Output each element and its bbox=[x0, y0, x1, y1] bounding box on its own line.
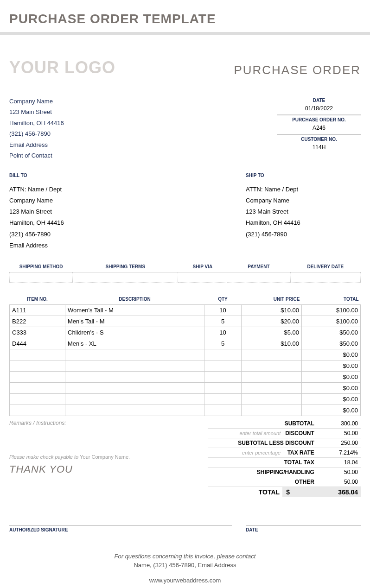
table-row: C333Children's - S10$5.00$50.00 bbox=[10, 327, 361, 338]
table-row: $0.00 bbox=[10, 405, 361, 416]
shipto-company: Company Name bbox=[246, 195, 361, 206]
footer-web: www.yourwebaddress.com bbox=[9, 577, 361, 584]
grand-value: 368.04 bbox=[317, 487, 361, 497]
cell-qty bbox=[204, 393, 242, 405]
subtotal-value: 300.00 bbox=[317, 419, 361, 429]
company-email: Email Address bbox=[9, 139, 64, 150]
totaltax-value: 18.04 bbox=[317, 457, 361, 467]
customer-value: 114H bbox=[277, 143, 361, 153]
page-title: PURCHASE ORDER TEMPLATE bbox=[0, 0, 370, 32]
shipto-attn: ATTN: Name / Dept bbox=[246, 184, 361, 195]
cell-total: $50.00 bbox=[302, 327, 361, 338]
cell-unit-price bbox=[242, 382, 302, 393]
subtotal-label: SUBTOTAL bbox=[208, 419, 317, 429]
th-payment: PAYMENT bbox=[227, 261, 290, 272]
th-itemno: ITEM NO. bbox=[10, 294, 65, 305]
cell-qty: 5 bbox=[204, 338, 242, 349]
signature-date-block: DATE bbox=[246, 525, 361, 532]
items-table: ITEM NO. DESCRIPTION QTY UNIT PRICE TOTA… bbox=[9, 294, 361, 416]
th-qty: QTY bbox=[204, 294, 242, 305]
cell-unit-price: $10.00 bbox=[242, 304, 302, 316]
date-line bbox=[246, 525, 361, 525]
payable-name: Your Company Name. bbox=[80, 454, 130, 460]
cell-total: $0.00 bbox=[302, 371, 361, 382]
footer-line2: Name, (321) 456-7890, Email Address bbox=[9, 562, 361, 569]
cell-itemno bbox=[10, 360, 65, 371]
taxrate-label: TAX RATE bbox=[282, 448, 317, 457]
cell-unit-price bbox=[242, 349, 302, 360]
shipping-table: SHIPPING METHOD SHIPPING TERMS SHIP VIA … bbox=[9, 261, 361, 283]
cell-description: Men's - XL bbox=[65, 338, 204, 349]
billto-phone: (321) 456-7890 bbox=[9, 229, 125, 240]
cell-qty bbox=[204, 382, 242, 393]
shipping-value: 50.00 bbox=[317, 467, 361, 477]
table-row: $0.00 bbox=[10, 371, 361, 382]
cell-itemno: A111 bbox=[10, 304, 65, 316]
table-row: B222Men's Tall - M5$20.00$100.00 bbox=[10, 316, 361, 327]
cell-total: $50.00 bbox=[302, 338, 361, 349]
th-shipping-terms: SHIPPING TERMS bbox=[73, 261, 178, 272]
cell-total: $0.00 bbox=[302, 405, 361, 416]
cell-description bbox=[65, 371, 204, 382]
shipto-city: Hamilton, OH 44416 bbox=[246, 217, 361, 228]
cell-qty bbox=[204, 349, 242, 360]
cell-itemno: D444 bbox=[10, 338, 65, 349]
cell-itemno bbox=[10, 349, 65, 360]
company-street: 123 Main Street bbox=[9, 107, 64, 117]
other-label: OTHER bbox=[208, 477, 317, 487]
title-divider bbox=[0, 32, 370, 35]
table-row: A111Women's Tall - M10$10.00$100.00 bbox=[10, 304, 361, 316]
date-value: 01/18/2022 bbox=[277, 104, 361, 115]
td-ship-via bbox=[178, 272, 227, 282]
signature-block: AUTHORIZED SIGNATURE bbox=[9, 525, 232, 532]
other-value: 50.00 bbox=[317, 477, 361, 487]
payable-note: Please make check payable to Your Compan… bbox=[9, 454, 208, 460]
grand-currency: $ bbox=[282, 487, 317, 497]
company-name: Company Name bbox=[9, 96, 64, 107]
cell-unit-price bbox=[242, 393, 302, 405]
customer-label: CUSTOMER NO. bbox=[277, 134, 361, 143]
subless-label: SUBTOTAL LESS DISCOUNT bbox=[208, 438, 317, 448]
billto-email: Email Address bbox=[9, 240, 125, 251]
th-delivery-date: DELIVERY DATE bbox=[290, 261, 360, 272]
cell-description bbox=[65, 360, 204, 371]
cell-total: $0.00 bbox=[302, 393, 361, 405]
cell-description bbox=[65, 393, 204, 405]
discount-label: DISCOUNT bbox=[282, 428, 317, 438]
table-row: D444Men's - XL5$10.00$50.00 bbox=[10, 338, 361, 349]
th-ship-via: SHIP VIA bbox=[178, 261, 227, 272]
thank-you: THANK YOU bbox=[9, 463, 208, 475]
shipto-phone: (321) 456-7890 bbox=[246, 229, 361, 240]
cell-itemno bbox=[10, 371, 65, 382]
taxrate-value: 7.214% bbox=[317, 448, 361, 457]
cell-total: $0.00 bbox=[302, 349, 361, 360]
cell-qty bbox=[204, 360, 242, 371]
td-shipping-method bbox=[10, 272, 73, 282]
th-unit-price: UNIT PRICE bbox=[242, 294, 302, 305]
payable-prefix: Please make check payable to bbox=[9, 454, 80, 460]
billto-city: Hamilton, OH 44416 bbox=[9, 217, 125, 228]
cell-description: Women's Tall - M bbox=[65, 304, 204, 316]
th-shipping-method: SHIPPING METHOD bbox=[10, 261, 73, 272]
td-delivery-date bbox=[290, 272, 360, 282]
remarks-label: Remarks / Instructions: bbox=[9, 420, 208, 426]
cell-unit-price bbox=[242, 371, 302, 382]
taxrate-hint: enter percentage bbox=[208, 448, 282, 457]
company-block: Company Name 123 Main Street Hamilton, O… bbox=[9, 96, 64, 161]
th-total: TOTAL bbox=[302, 294, 361, 305]
td-shipping-terms bbox=[73, 272, 178, 282]
cell-description bbox=[65, 405, 204, 416]
cell-description: Men's Tall - M bbox=[65, 316, 204, 327]
ship-to-label: SHIP TO bbox=[246, 173, 361, 180]
totaltax-label: TOTAL TAX bbox=[208, 457, 317, 467]
cell-qty bbox=[204, 371, 242, 382]
company-poc: Point of Contact bbox=[9, 150, 64, 161]
cell-itemno bbox=[10, 393, 65, 405]
document-type: PURCHASE ORDER bbox=[234, 63, 361, 77]
meta-block: DATE 01/18/2022 PURCHASE ORDER NO. A246 … bbox=[277, 96, 361, 161]
td-payment bbox=[227, 272, 290, 282]
shipping-label: SHIPPING/HANDLING bbox=[208, 467, 317, 477]
date-label: DATE bbox=[277, 96, 361, 104]
po-label: PURCHASE ORDER NO. bbox=[277, 115, 361, 123]
bill-to-label: BILL TO bbox=[9, 173, 125, 180]
